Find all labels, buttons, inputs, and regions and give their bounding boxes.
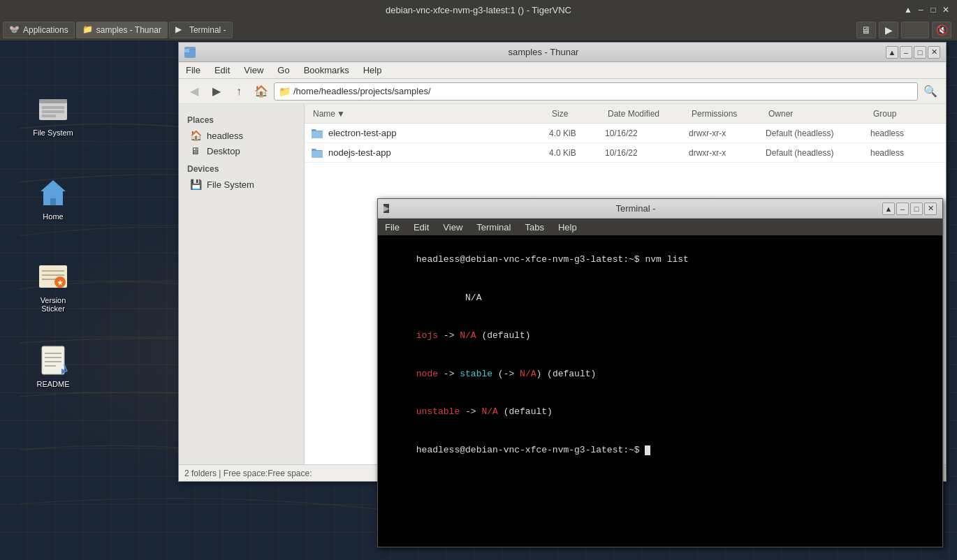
svg-rect-6 [50, 198, 56, 205]
terminal-menu-help[interactable]: Help [554, 221, 581, 234]
file-size-cell: 4.0 KiB [549, 148, 605, 158]
home-button[interactable]: 🏠 [251, 82, 271, 101]
terminal-title-text: Terminal - [389, 203, 882, 214]
thunar-menu-edit[interactable]: Edit [210, 64, 234, 77]
terminal-close[interactable]: ✕ [924, 202, 937, 215]
thunar-menu-bookmarks[interactable]: Bookmarks [300, 64, 353, 77]
thunar-taskbar-button[interactable]: 📁 samples - Thunar [76, 22, 168, 38]
sidebar-item-desktop[interactable]: 🖥 Desktop [179, 143, 304, 159]
home-icon [36, 176, 70, 209]
thunar-menu-go[interactable]: Go [273, 64, 293, 77]
thunar-maximize[interactable]: □ [914, 46, 926, 59]
table-row[interactable]: electron-test-app 4.0 KiB 10/16/22 drwxr… [305, 124, 946, 143]
desktop-icon-filesystem[interactable]: File System [25, 89, 81, 140]
applications-label: Applications [23, 25, 68, 35]
terminal-restore[interactable]: – [896, 202, 909, 215]
file-date-cell: 10/16/22 [605, 148, 689, 158]
taskbar-monitor-icon[interactable]: 🖥 [856, 22, 876, 38]
thunar-icon: 📁 [82, 24, 94, 36]
thunar-tab-label: samples - Thunar [96, 25, 161, 35]
thunar-titlebar: samples - Thunar ▲ – □ ✕ [179, 43, 946, 62]
terminal-line-6: headless@debian-vnc-xfce-nvm-g3-latest:~… [383, 432, 937, 470]
col-header-permissions[interactable]: Permissions [689, 108, 766, 120]
taskbar-volume-icon[interactable]: 🔇 [932, 22, 951, 38]
file-folder-icon [310, 146, 324, 160]
terminal-taskbar-button[interactable]: ▶ Terminal - [169, 22, 233, 38]
up-button[interactable]: ↑ [229, 82, 249, 101]
vnc-minimize[interactable]: ▲ [903, 4, 914, 15]
thunar-minimize[interactable]: ▲ [886, 46, 898, 59]
desktop-icon-readme[interactable]: README [25, 341, 81, 391]
thunar-menu-help[interactable]: Help [359, 64, 386, 77]
col-header-size[interactable]: Size [549, 108, 605, 120]
readme-icon [36, 344, 70, 377]
devices-header: Devices [179, 161, 304, 177]
search-button[interactable]: 🔍 [921, 82, 940, 101]
taskbar: 🐭 Applications 📁 samples - Thunar ▶ Term… [0, 20, 957, 40]
desktop-icon-home[interactable]: Home [25, 173, 81, 223]
svg-rect-4 [42, 115, 56, 117]
terminal-line-5: unstable -> N/A (default) [383, 393, 937, 432]
col-header-date[interactable]: Date Modified [605, 108, 689, 120]
terminal-menu-view[interactable]: View [439, 221, 467, 234]
file-name-cell: electron-test-app [310, 126, 549, 140]
table-row[interactable]: nodejs-test-app 4.0 KiB 10/16/22 drwxr-x… [305, 143, 946, 163]
svg-rect-2 [42, 106, 64, 109]
thunar-menu-view[interactable]: View [240, 64, 268, 77]
statusbar-freespace: Free space: [268, 469, 312, 478]
file-name-cell: nodejs-test-app [310, 146, 549, 160]
file-perms-cell: drwxr-xr-x [689, 128, 766, 138]
col-header-owner[interactable]: Owner [766, 108, 870, 120]
terminal-maximize[interactable]: □ [910, 202, 923, 215]
col-header-name[interactable]: Name ▼ [310, 108, 549, 120]
vnc-titlebar: debian-vnc-xfce-nvm-g3-latest:1 () - Tig… [0, 0, 957, 20]
version-sticker-label: VersionSticker [41, 296, 66, 313]
desktop-icon-version-sticker[interactable]: ★ VersionSticker [25, 257, 81, 316]
filesystem-sidebar-icon: 💾 [190, 179, 201, 190]
vnc-window-controls: ▲ – □ ✕ [903, 4, 951, 15]
vnc-restore[interactable]: – [915, 4, 926, 15]
terminal-content[interactable]: headless@debian-vnc-xfce-nvm-g3-latest:~… [378, 235, 942, 547]
statusbar-text: 2 folders | Free space: [184, 469, 268, 478]
places-header: Places [179, 112, 304, 128]
sort-indicator: ▼ [337, 109, 345, 119]
terminal-titlebar: ▶ Terminal - ▲ – □ ✕ [378, 199, 942, 219]
terminal-menu-edit[interactable]: Edit [409, 221, 433, 234]
svg-rect-3 [42, 110, 64, 113]
file-owner-cell: Default (headless) [766, 128, 870, 138]
terminal-menu-terminal[interactable]: Terminal [472, 221, 515, 234]
thunar-menu-file[interactable]: File [182, 64, 205, 77]
file-group-cell: headless [870, 148, 940, 158]
headless-icon: 🏠 [190, 130, 201, 141]
terminal-minimize[interactable]: ▲ [882, 202, 895, 215]
thunar-title-text: samples - Thunar [201, 47, 886, 57]
taskbar-terminal-icon[interactable]: ▶ [879, 22, 898, 38]
terminal-menu-tabs[interactable]: Tabs [520, 221, 548, 234]
vnc-close[interactable]: ✕ [940, 4, 951, 15]
terminal-menu-file[interactable]: File [381, 221, 404, 234]
thunar-window-controls: ▲ – □ ✕ [886, 46, 940, 59]
col-header-group[interactable]: Group [870, 108, 940, 120]
applications-menu-button[interactable]: 🐭 Applications [3, 22, 75, 38]
forward-button[interactable]: ▶ [207, 82, 226, 101]
thunar-restore[interactable]: – [900, 46, 912, 59]
file-perms-cell: drwxr-xr-x [689, 148, 766, 158]
vnc-maximize[interactable]: □ [928, 4, 939, 15]
back-button[interactable]: ◀ [184, 82, 204, 101]
svg-rect-1 [39, 99, 67, 103]
location-bar[interactable]: 📁 /home/headless/projects/samples/ [274, 82, 918, 101]
thunar-close[interactable]: ✕ [928, 46, 940, 59]
file-column-headers: Name ▼ Size Date Modified Permissions Ow… [305, 104, 946, 124]
sidebar-item-filesystem[interactable]: 💾 File System [179, 177, 304, 192]
terminal-window: ▶ Terminal - ▲ – □ ✕ File Edit View Term… [377, 198, 943, 547]
xfce-icon: 🐭 [9, 24, 20, 36]
terminal-line-1: headless@debian-vnc-xfce-nvm-g3-latest:~… [383, 241, 937, 279]
sidebar-item-headless[interactable]: 🏠 headless [179, 128, 304, 143]
thunar-window-icon [184, 47, 196, 58]
location-folder-icon: 📁 [279, 86, 291, 97]
terminal-taskbar-icon: ▶ [175, 24, 187, 36]
terminal-menubar: File Edit View Terminal Tabs Help [378, 219, 942, 235]
taskbar-right: 🖥 ▶ 🔇 [856, 22, 957, 38]
svg-rect-22 [184, 49, 189, 52]
file-owner-cell: Default (headless) [766, 148, 870, 158]
